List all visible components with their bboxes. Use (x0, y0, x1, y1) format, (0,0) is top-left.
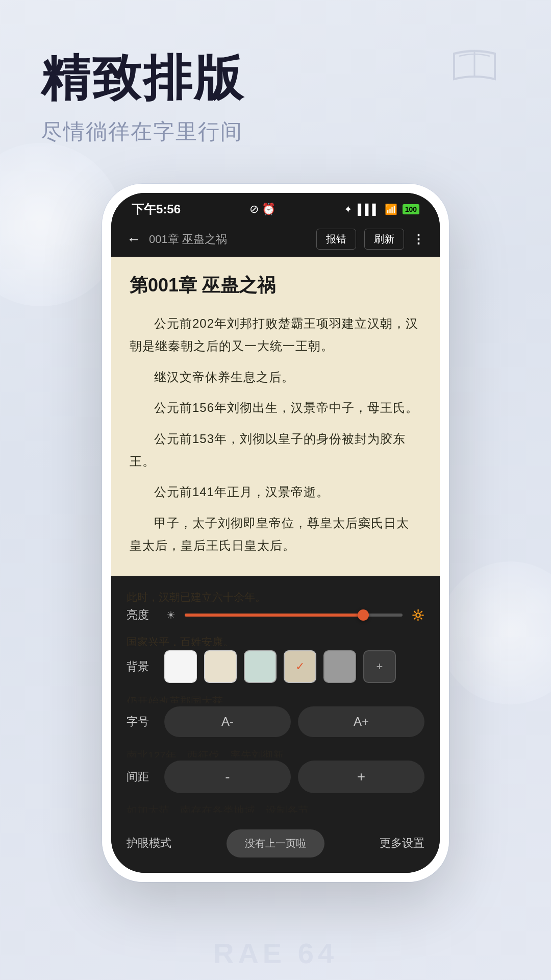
chapter-toolbar-title: 001章 巫蛊之祸 (149, 232, 308, 247)
refresh-button[interactable]: 刷新 (364, 229, 404, 250)
paragraph-6: 甲子，太子刘彻即皇帝位，尊皇太后窦氏日太皇太后，皇后王氏日皇太后。 (130, 512, 421, 557)
swatch-mint[interactable] (244, 650, 277, 683)
slider-thumb[interactable] (358, 609, 369, 621)
status-left-icons: ⊘ ⏰ (249, 203, 276, 216)
overlay-text-4: 南北127年，西征伐，率先刘彻新... (127, 746, 424, 757)
more-settings-button[interactable]: 更多设置 (380, 836, 424, 851)
font-decrease-button[interactable]: A- (164, 706, 291, 737)
spacing-increase-button[interactable]: + (298, 761, 424, 793)
paragraph-2: 继汉文帝休养生息之后。 (130, 366, 421, 388)
battery-badge: 100 (403, 204, 419, 214)
chapter-title: 第001章 巫蛊之祸 (130, 273, 421, 298)
font-size-label: 字号 (127, 714, 157, 729)
overlay-text-1: 此时，汉朝已建立六十余年。 (127, 588, 424, 603)
spacing-decrease-button[interactable]: - (164, 761, 291, 793)
wifi-icon: 📶 (385, 203, 397, 215)
reading-area: 第001章 巫蛊之祸 公元前202年刘邦打败楚霸王项羽建立汉朝，汉朝是继秦朝之后… (111, 257, 440, 576)
bluetooth-icon: ✦ (344, 203, 353, 215)
sub-title: 尽情徜徉在字里行间 (41, 117, 510, 146)
spacing-label: 间距 (127, 769, 157, 785)
reading-text: 公元前202年刘邦打败楚霸王项羽建立汉朝，汉朝是继秦朝之后的又一大统一王朝。 继… (130, 312, 421, 557)
overlay-text-5: 如加大范、南存在各类地域、设制各节... (127, 801, 424, 813)
overlay-text-3: 仍开始改革郡国大获... (127, 692, 424, 703)
swatch-check[interactable]: ✓ (284, 650, 316, 683)
bottom-bar: 护眼模式 没有上一页啦 更多设置 (111, 821, 440, 873)
background-label: 背景 (127, 659, 157, 674)
phone-wrapper: 下午5:56 ⊘ ⏰ ✦ ▌▌▌ 📶 100 ← 001章 巫蛊之祸 报错 刷新 (102, 184, 449, 882)
main-title: 精致排版 (41, 51, 510, 105)
eye-mode-button[interactable]: 护眼模式 (127, 836, 171, 851)
paragraph-4: 公元前153年，刘彻以皇子的身份被封为胶东王。 (130, 428, 421, 473)
brightness-row: 亮度 ☀ 🔆 (127, 607, 424, 623)
no-disturb-icon: ⊘ (249, 203, 259, 216)
app-toolbar: ← 001章 巫蛊之祸 报错 刷新 ⋮ (111, 222, 440, 257)
signal-icon: ▌▌▌ (358, 204, 380, 215)
bg-circle-right (439, 561, 551, 704)
paragraph-3: 公元前156年刘彻出生，汉景帝中子，母王氏。 (130, 397, 421, 419)
phone-screen: 下午5:56 ⊘ ⏰ ✦ ▌▌▌ 📶 100 ← 001章 巫蛊之祸 报错 刷新 (111, 193, 440, 873)
back-button[interactable]: ← (127, 231, 141, 248)
swatch-gray[interactable] (323, 650, 356, 683)
brightness-label: 亮度 (127, 607, 157, 623)
alarm-icon: ⏰ (262, 203, 276, 216)
font-increase-button[interactable]: A+ (298, 706, 424, 737)
report-button[interactable]: 报错 (316, 229, 356, 250)
settings-panel: 此时，汉朝已建立六十余年。 亮度 ☀ 🔆 国家兴平，百姓安康。 (111, 576, 440, 821)
status-bar: 下午5:56 ⊘ ⏰ ✦ ▌▌▌ 📶 100 (111, 193, 440, 222)
slider-fill (185, 614, 363, 617)
brightness-slider[interactable] (185, 614, 403, 617)
header-section: 精致排版 尽情徜徉在字里行间 (41, 51, 510, 146)
overlay-text-2: 国家兴平，百姓安康。 (127, 633, 424, 646)
paragraph-5: 公元前141年正月，汉景帝逝。 (130, 481, 421, 503)
swatch-plus[interactable]: + (363, 650, 396, 683)
phone-shell: 下午5:56 ⊘ ⏰ ✦ ▌▌▌ 📶 100 ← 001章 巫蛊之祸 报错 刷新 (102, 184, 449, 882)
more-menu-button[interactable]: ⋮ (412, 232, 424, 247)
status-time: 下午5:56 (132, 201, 181, 217)
paragraph-1: 公元前202年刘邦打败楚霸王项羽建立汉朝，汉朝是继秦朝之后的又一大统一王朝。 (130, 312, 421, 358)
no-prev-button[interactable]: 没有上一页啦 (227, 829, 324, 857)
swatch-light[interactable] (204, 650, 237, 683)
background-row: 背景 ✓ + (127, 650, 424, 683)
spacing-row: 间距 - + (127, 761, 424, 793)
font-size-row: 字号 A- A+ (127, 706, 424, 737)
brightness-high-icon: 🔆 (412, 609, 424, 621)
page-watermark: RAE 64 (213, 937, 338, 970)
swatch-white[interactable] (164, 650, 197, 683)
status-icons: ✦ ▌▌▌ 📶 100 (344, 203, 419, 215)
brightness-low-icon: ☀ (166, 609, 176, 621)
